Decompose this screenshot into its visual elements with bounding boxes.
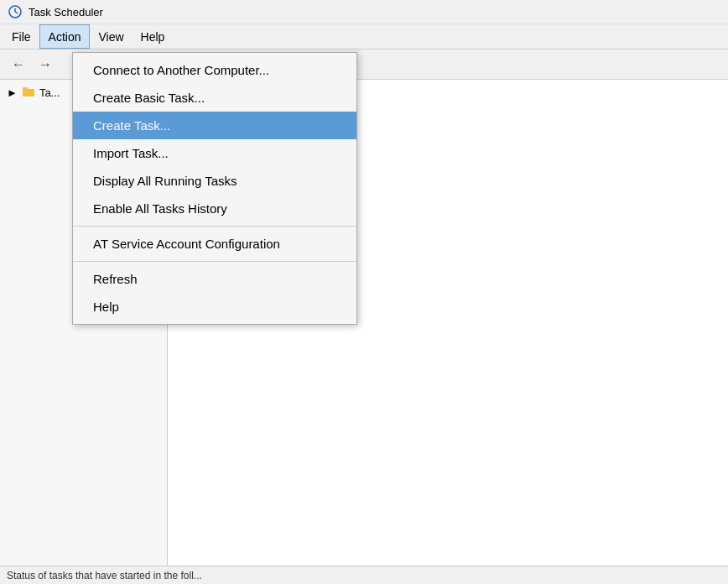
- menu-action[interactable]: Action: [39, 24, 91, 49]
- dropdown-create-basic[interactable]: Create Basic Task...: [73, 84, 356, 112]
- folder-icon: [23, 86, 34, 99]
- svg-line-2: [15, 12, 18, 13]
- menu-help[interactable]: Help: [133, 24, 174, 49]
- back-icon: ←: [12, 57, 25, 72]
- dropdown-enable-history[interactable]: Enable All Tasks History: [73, 195, 356, 222]
- title-bar: Task Scheduler: [0, 0, 728, 24]
- window-title: Task Scheduler: [29, 6, 103, 18]
- dropdown-help[interactable]: Help: [73, 293, 356, 321]
- app-icon: [8, 5, 22, 18]
- separator-1: [73, 226, 356, 227]
- back-button[interactable]: ←: [7, 54, 30, 76]
- menu-file[interactable]: File: [3, 24, 39, 49]
- dropdown-import-task[interactable]: Import Task...: [73, 139, 356, 167]
- forward-button[interactable]: →: [34, 54, 57, 76]
- action-dropdown: Connect to Another Computer... Create Ba…: [72, 52, 357, 325]
- dropdown-at-service[interactable]: AT Service Account Configuration: [73, 230, 356, 258]
- dropdown-create-task[interactable]: Create Task...: [73, 112, 356, 139]
- dropdown-connect[interactable]: Connect to Another Computer...: [73, 56, 356, 84]
- status-text: Status of tasks that have started in the…: [7, 570, 202, 581]
- dropdown-refresh[interactable]: Refresh: [73, 265, 356, 293]
- dropdown-display-running[interactable]: Display All Running Tasks: [73, 167, 356, 195]
- status-bar: Status of tasks that have started in the…: [0, 566, 728, 584]
- svg-rect-4: [23, 87, 28, 90]
- menu-view[interactable]: View: [90, 24, 132, 49]
- expand-icon: ►: [7, 86, 18, 99]
- forward-icon: →: [39, 57, 52, 72]
- menu-bar: File Action View Help: [0, 24, 728, 50]
- left-panel-label: Ta...: [39, 86, 60, 99]
- svg-rect-3: [23, 89, 34, 96]
- separator-2: [73, 261, 356, 262]
